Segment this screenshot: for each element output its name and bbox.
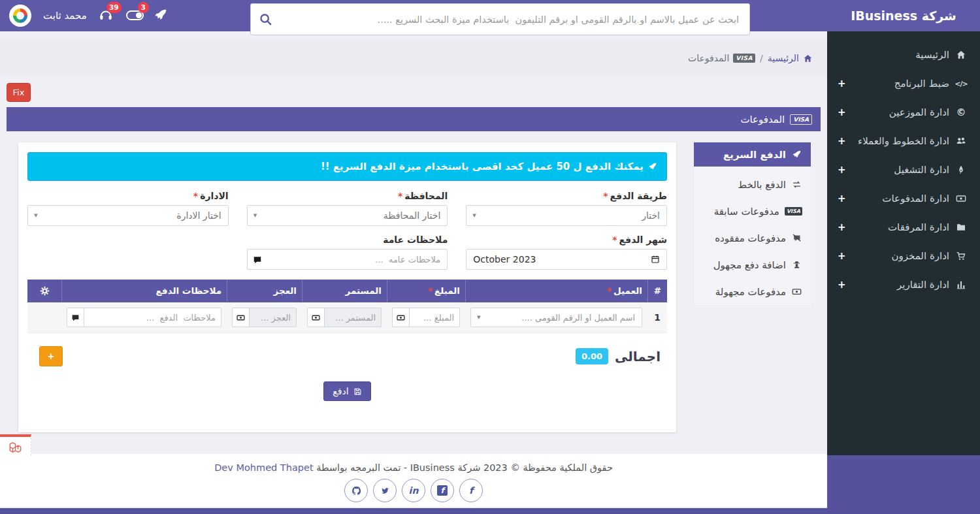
copyright-text: حقوق الملكية محفوظة © 2023 شركة IBusines…	[0, 462, 827, 473]
money-icon	[791, 286, 802, 297]
general-notes-field: ملاحظات عامة	[247, 234, 448, 270]
visa-icon: VISA	[733, 54, 755, 63]
sidebar-item-payments[interactable]: ادارة المدفوعات +	[827, 184, 980, 213]
sidebar-item-lines-clients[interactable]: ادارة الخطوط والعملاء +	[827, 127, 980, 155]
spy-icon	[791, 259, 802, 270]
governorate-label: المحافظة*	[247, 191, 448, 201]
quick-pay-alert: يمكنك الدفع ل 50 عميل كحد اقصى باستخدام …	[27, 152, 667, 181]
alert-text: يمكنك الدفع ل 50 عميل كحد اقصى باستخدام …	[321, 161, 644, 172]
payment-method-select[interactable]: اختار ▾	[466, 205, 667, 226]
page-title-bar: VISA المدفوعات	[7, 107, 821, 131]
sidebar-item-inventory[interactable]: ادارة المخزون +	[827, 242, 980, 270]
search-input[interactable]	[251, 4, 749, 35]
money-icon	[955, 193, 967, 204]
expand-plus-icon: +	[838, 193, 846, 204]
home-icon	[955, 49, 967, 61]
sidebar-item-program-settings[interactable]: </> ضبط البرنامج +	[827, 69, 980, 98]
facebook-button[interactable]: f	[459, 479, 483, 502]
expand-plus-icon: +	[838, 221, 846, 233]
user-name: محمد ثابت	[43, 10, 87, 22]
folder-icon	[955, 221, 967, 233]
payment-method-label: طريقة الدفع*	[466, 191, 667, 201]
expand-plus-icon: +	[838, 279, 846, 291]
developer-link[interactable]: Dev Mohmed Thapet	[214, 462, 313, 473]
navbar-user-cluster: محمد ثابت 39 3	[9, 0, 169, 31]
sidebar-item-operations[interactable]: ادارة التشغيل +	[827, 155, 980, 184]
sidebar-item-attachments[interactable]: ادارة المرفقات +	[827, 213, 980, 242]
payment-method-field: طريقة الدفع* اختار ▾	[466, 191, 667, 226]
cart-icon	[955, 250, 967, 262]
support-headset-button[interactable]: 39	[99, 8, 114, 24]
pay-submit-button[interactable]: ادفع	[323, 381, 370, 401]
chart-icon	[955, 279, 967, 291]
fix-button[interactable]: Fix	[7, 83, 31, 102]
bottom-strip	[0, 508, 980, 514]
comment-slash-icon	[791, 233, 802, 244]
sidebar-item-reports[interactable]: ادارة التقارير +	[827, 270, 980, 299]
github-icon	[351, 485, 362, 496]
administration-label: الادارة*	[27, 191, 229, 201]
col-pay-notes: ملاحظات الدفع	[61, 280, 227, 302]
content-area: الرئيسية / VISA المدفوعات Fix VISA المدف…	[0, 31, 827, 514]
add-row-button[interactable]: +	[39, 346, 63, 366]
sidebar-item-distributors[interactable]: © ادارة الموزعين +	[827, 98, 980, 127]
facebook-square-button[interactable]: f	[431, 479, 454, 502]
avatar[interactable]	[9, 5, 31, 27]
client-select[interactable]: اسم العميل او الرقم القومى .... ▾	[470, 308, 642, 327]
expand-plus-icon: +	[838, 106, 846, 118]
chevron-down-icon: ▾	[477, 313, 481, 321]
rocket-icon	[791, 149, 802, 160]
menu-item-unknown-payments[interactable]: مدفوعات مجهولة	[694, 278, 811, 305]
col-index: #	[647, 280, 667, 302]
notifications-badge: 3	[138, 2, 149, 13]
laravel-debugbar-tab[interactable]	[0, 434, 31, 456]
pay-notes-input[interactable]	[84, 308, 221, 327]
submit-row: ادفع	[24, 381, 671, 425]
visa-icon: VISA	[790, 114, 812, 125]
visa-icon: VISA	[785, 207, 802, 216]
linkedin-button[interactable]: in	[402, 479, 425, 502]
menu-item-pay-by-line[interactable]: الدفع بالخط	[694, 171, 811, 198]
laravel-icon	[8, 440, 23, 453]
expand-plus-icon: +	[838, 135, 846, 147]
breadcrumb: الرئيسية / VISA المدفوعات	[688, 53, 813, 63]
menu-item-quick-pay[interactable]: الدفع السريع	[694, 142, 811, 167]
copyright-icon: ©	[955, 106, 967, 118]
comment-icon	[253, 255, 262, 264]
sidebar-item-home[interactable]: الرئيسية	[827, 40, 980, 69]
menu-item-missing-payments[interactable]: مدفوعات مفقوده	[694, 225, 811, 251]
code-icon: </>	[955, 78, 967, 89]
administration-select[interactable]: اختار الادارة ▾	[27, 205, 229, 226]
total-group: اجمالى 0.00	[576, 348, 661, 364]
pay-month-input[interactable]: October 2023	[466, 249, 667, 270]
rocket-icon	[648, 162, 657, 171]
twitter-button[interactable]	[373, 479, 397, 502]
rocket-icon	[154, 8, 168, 22]
expand-plus-icon: +	[838, 164, 846, 176]
total-label: اجمالى	[615, 349, 661, 364]
col-amount: المبلغ*	[387, 280, 465, 302]
pay-month-field: شهر الدفع* October 2023	[466, 234, 667, 270]
money-icon	[392, 308, 409, 327]
row-index: 1	[647, 312, 667, 323]
total-value-badge: 0.00	[576, 348, 608, 364]
menu-item-previous-payments[interactable]: VISA مدفوعات سابقة	[694, 198, 811, 225]
governorate-field: المحافظة* اختار المحافظة ▾	[247, 191, 448, 226]
comment-icon	[67, 308, 84, 327]
github-button[interactable]	[344, 479, 368, 502]
quick-pay-shortcut-button[interactable]	[154, 8, 169, 24]
general-notes-input[interactable]	[247, 249, 448, 270]
governorate-select[interactable]: اختار المحافظة ▾	[247, 205, 448, 226]
breadcrumb-home-link[interactable]: الرئيسية	[768, 53, 813, 63]
brand-title: شركة IBusiness	[827, 0, 980, 31]
footer: حقوق الملكية محفوظة © 2023 شركة IBusines…	[0, 454, 827, 507]
general-notes-label: ملاحظات عامة	[247, 234, 448, 245]
social-links: in f f	[0, 479, 827, 502]
menu-item-add-unknown-payment[interactable]: اضافة دفع مجهول	[694, 251, 811, 278]
chevron-down-icon: ▾	[472, 211, 476, 219]
avatar-logo	[13, 8, 27, 23]
page-title: المدفوعات	[740, 114, 785, 125]
notifications-toggle-button[interactable]: 3	[126, 8, 142, 24]
amount-input[interactable]	[409, 308, 460, 327]
main-sidebar: الرئيسية </> ضبط البرنامج + © ادارة المو…	[827, 31, 980, 455]
